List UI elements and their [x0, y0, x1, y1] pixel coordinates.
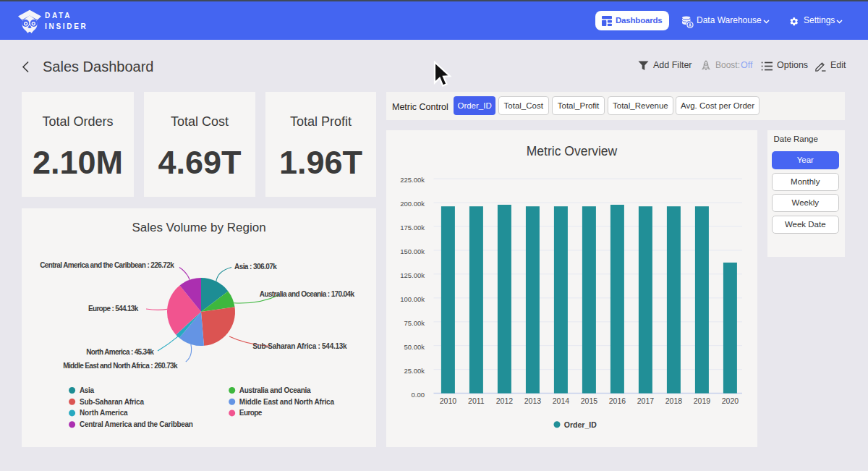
svg-text:2018: 2018 — [665, 396, 683, 405]
svg-text:Middle East and North Africa: Middle East and North Africa — [239, 398, 335, 406]
svg-text:25.00k: 25.00k — [404, 367, 425, 375]
svg-text:100.00k: 100.00k — [400, 295, 425, 303]
svg-text:North America : 45.34k: North America : 45.34k — [86, 348, 154, 356]
svg-text:2020: 2020 — [722, 396, 739, 405]
svg-text:2012: 2012 — [496, 396, 514, 405]
svg-text:175.00k: 175.00k — [400, 224, 425, 232]
svg-text:North America: North America — [80, 409, 128, 417]
svg-text:Australia and Oceania : 170.04: Australia and Oceania : 170.04k — [260, 290, 355, 298]
svg-text:Order_ID: Order_ID — [564, 420, 597, 429]
svg-text:50.00k: 50.00k — [404, 343, 425, 351]
svg-text:2015: 2015 — [581, 396, 598, 405]
svg-text:Asia : 306.07k: Asia : 306.07k — [234, 263, 277, 271]
svg-text:Sub-Saharan Africa: Sub-Saharan Africa — [80, 398, 144, 406]
svg-text:125.00k: 125.00k — [400, 271, 425, 279]
svg-text:150.00k: 150.00k — [400, 247, 425, 255]
svg-text:Central America and the Caribb: Central America and the Caribbean — [80, 420, 193, 428]
svg-text:75.00k: 75.00k — [404, 319, 425, 327]
svg-text:Europe : 544.13k: Europe : 544.13k — [88, 305, 139, 313]
svg-text:2013: 2013 — [524, 396, 542, 405]
svg-text:Central America and the Caribb: Central America and the Caribbean : 226.… — [40, 261, 174, 269]
svg-text:2017: 2017 — [637, 396, 655, 405]
svg-text:2014: 2014 — [553, 396, 570, 405]
svg-text:2019: 2019 — [694, 396, 711, 405]
svg-text:2010: 2010 — [440, 396, 457, 405]
svg-text:2016: 2016 — [609, 396, 626, 405]
svg-text:200.00k: 200.00k — [400, 200, 425, 208]
svg-text:0.00: 0.00 — [412, 391, 425, 399]
svg-text:Middle East and North Africa :: Middle East and North Africa : 260.73k — [63, 362, 178, 370]
svg-text:225.00k: 225.00k — [400, 176, 425, 184]
svg-text:Europe: Europe — [239, 409, 263, 417]
svg-text:Asia: Asia — [80, 386, 94, 394]
svg-text:Australia and Oceania: Australia and Oceania — [239, 386, 311, 394]
svg-text:2011: 2011 — [468, 396, 485, 405]
svg-text:Sub-Saharan Africa : 544.13k: Sub-Saharan Africa : 544.13k — [252, 342, 347, 350]
